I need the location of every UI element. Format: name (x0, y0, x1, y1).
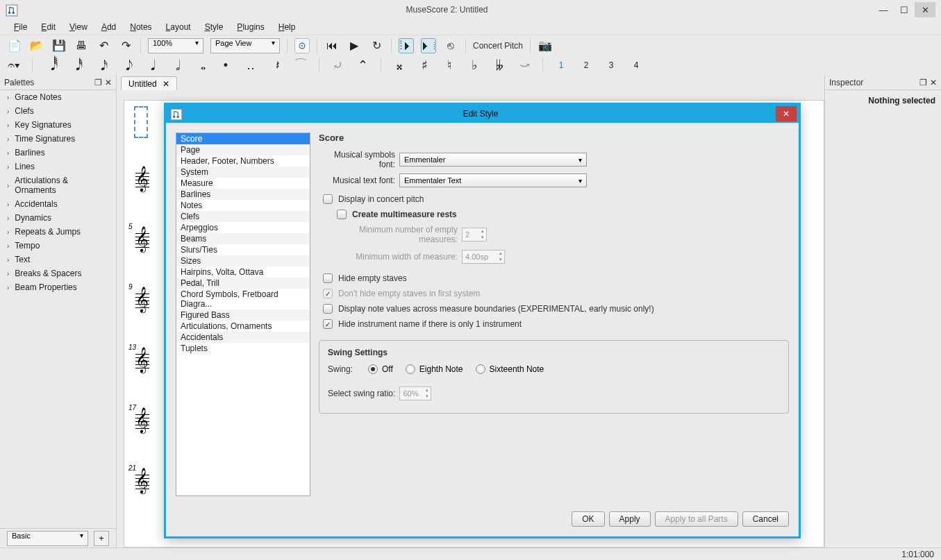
voice-4[interactable]: 4 (629, 60, 643, 70)
palette-item[interactable]: ›Time Signatures (0, 132, 116, 146)
concert-pitch-button[interactable]: Concert Pitch (473, 41, 523, 51)
concert-pitch-checkbox[interactable] (323, 194, 333, 204)
style-category-item[interactable]: Beams (176, 233, 310, 244)
undo-icon[interactable]: ↶ (96, 38, 111, 53)
palette-item[interactable]: ›Barlines (0, 146, 116, 160)
sharp-icon[interactable]: ♯ (417, 58, 431, 73)
style-category-item[interactable]: Slurs/Ties (176, 244, 310, 255)
staff[interactable]: 𝄞 (135, 475, 149, 494)
note-input-mode-icon[interactable]: 𝄐▾ (7, 58, 21, 73)
hide-instrument-checkbox[interactable] (323, 319, 333, 329)
voice-3[interactable]: 3 (604, 60, 618, 70)
pan-icon[interactable]: ⎋ (443, 38, 458, 53)
rest-icon[interactable]: 𝄽 (269, 58, 283, 73)
metronome-icon[interactable] (294, 38, 310, 53)
swing-eighth-radio[interactable] (406, 364, 415, 374)
dialog-close-button[interactable]: ✕ (776, 106, 797, 121)
menu-notes[interactable]: Notes (124, 21, 157, 33)
style-category-item[interactable]: Accidentals (176, 332, 310, 343)
redo-icon[interactable]: ↷ (118, 38, 133, 53)
palette-item[interactable]: ›Dynamics (0, 211, 116, 225)
close-button[interactable]: ✕ (915, 2, 935, 17)
note-64th-icon[interactable]: 𝅘𝅥𝅱 (44, 58, 58, 74)
note-8th-icon[interactable]: 𝅘𝅥𝅮 (119, 58, 133, 74)
staff[interactable]: 𝄞 (135, 414, 149, 434)
marcato-icon[interactable]: ⌃ (356, 58, 369, 73)
voice-2[interactable]: 2 (579, 60, 593, 70)
hide-empty-staves-checkbox[interactable] (323, 273, 333, 283)
style-category-item[interactable]: Header, Footer, Numbers (176, 155, 310, 167)
multimeasure-checkbox[interactable] (337, 210, 347, 219)
new-file-icon[interactable]: 📄 (7, 38, 22, 53)
palette-item[interactable]: ›Key Signatures (0, 118, 116, 132)
open-file-icon[interactable]: 📂 (29, 38, 44, 53)
palette-item[interactable]: ›Repeats & Jumps (0, 225, 116, 239)
ok-button[interactable]: OK (572, 511, 604, 527)
palette-item[interactable]: ›Breaks & Spacers (0, 266, 116, 280)
maximize-button[interactable]: ☐ (894, 2, 915, 17)
title-frame[interactable] (134, 106, 148, 138)
document-tab[interactable]: Untitled ✕ (121, 76, 177, 90)
staff[interactable]: 𝄞 (135, 294, 149, 313)
voice-1[interactable]: 1 (554, 60, 568, 70)
palette-item[interactable]: ›Beam Properties (0, 280, 116, 294)
style-category-item[interactable]: Figured Bass (176, 309, 310, 321)
palette-item[interactable]: ›Tempo (0, 239, 116, 253)
note-dot-icon[interactable]: • (219, 58, 233, 73)
view-mode-select[interactable]: Page View (210, 38, 280, 53)
note-whole-icon[interactable]: 𝅝 (194, 58, 208, 73)
rewind-icon[interactable]: ⏮ (324, 38, 340, 53)
palette-item[interactable]: ›Grace Notes (0, 90, 116, 104)
double-sharp-icon[interactable]: 𝄪 (392, 58, 406, 73)
style-category-item[interactable]: Tuplets (176, 343, 310, 354)
menu-style[interactable]: Style (199, 21, 229, 33)
style-category-item[interactable]: Clefs (176, 211, 310, 222)
undock-icon[interactable]: ❐ (919, 78, 927, 87)
palette-item[interactable]: ›Accidentals (0, 197, 116, 211)
cancel-button[interactable]: Cancel (742, 511, 789, 527)
swing-off-radio[interactable] (368, 364, 378, 374)
style-category-item[interactable]: Hairpins, Volta, Ottava (176, 266, 310, 278)
palette-item[interactable]: ›Clefs (0, 104, 116, 118)
zoom-select[interactable]: 100% (148, 38, 203, 53)
flip-icon[interactable]: ⤾ (331, 58, 344, 73)
close-panel-icon[interactable]: ✕ (930, 78, 937, 87)
double-flat-icon[interactable]: 𝄫 (492, 58, 506, 73)
print-icon[interactable]: 🖶 (74, 38, 89, 53)
style-category-item[interactable]: Barlines (176, 189, 310, 200)
palette-item[interactable]: ›Articulations & Ornaments (0, 173, 116, 197)
style-category-item[interactable]: System (176, 167, 310, 178)
menu-file[interactable]: File (8, 21, 33, 33)
repeat-end-icon[interactable]: ⏵⦙ (421, 38, 436, 53)
note-16th-icon[interactable]: 𝅘𝅥𝅯 (94, 58, 108, 74)
menu-layout[interactable]: Layout (160, 21, 197, 33)
staff[interactable]: 𝄞 (135, 173, 149, 192)
note-double-dot-icon[interactable]: ‥ (244, 58, 258, 73)
style-category-item[interactable]: Sizes (176, 255, 310, 266)
staff[interactable]: 𝄞 (135, 354, 149, 373)
swing-sixteenth-radio[interactable] (476, 364, 485, 374)
repeat-start-icon[interactable]: ⦙⏵ (399, 38, 414, 53)
min-empty-spinner[interactable]: 2 (462, 228, 487, 241)
add-palette-button[interactable]: + (94, 531, 109, 546)
note-quarter-icon[interactable]: 𝅘𝅥 (144, 58, 158, 74)
style-category-item[interactable]: Page (176, 144, 310, 155)
play-icon[interactable]: ▶ (347, 38, 362, 53)
screenshot-icon[interactable]: 📷 (538, 38, 553, 53)
tie-icon[interactable]: ⁀ (294, 58, 308, 73)
staff[interactable]: 𝄞 (135, 233, 149, 253)
loop-icon[interactable]: ↻ (369, 38, 384, 53)
palette-item[interactable]: ›Text (0, 253, 116, 266)
menu-view[interactable]: View (64, 21, 93, 33)
minimize-button[interactable]: — (873, 2, 894, 17)
style-category-item[interactable]: Arpeggios (176, 222, 310, 233)
experimental-checkbox[interactable] (323, 304, 333, 314)
menu-add[interactable]: Add (96, 21, 122, 33)
style-category-item[interactable]: Notes (176, 200, 310, 211)
style-category-item[interactable]: Score (176, 133, 310, 144)
close-panel-icon[interactable]: ✕ (105, 78, 112, 87)
menu-plugins[interactable]: Plugins (231, 21, 269, 33)
menu-edit[interactable]: Edit (35, 21, 61, 33)
min-width-spinner[interactable]: 4.00sp (462, 250, 505, 264)
style-category-item[interactable]: Chord Symbols, Fretboard Diagra... (176, 289, 310, 309)
